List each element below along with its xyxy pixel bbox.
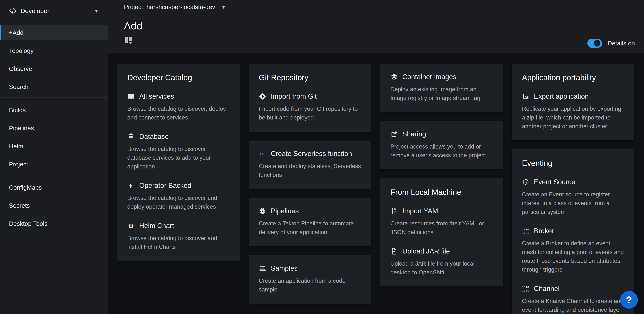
item-description: Upload a JAR file from your local deskto… [390,259,492,277]
add-card: fnCreate Serverless functionCreate and d… [248,141,371,189]
add-item-samples[interactable]: </>SamplesCreate an application from a c… [259,265,361,294]
item-description: Import code from your Git repository to … [259,104,361,122]
item-title: Broker [534,227,554,235]
item-heading: All services [127,92,230,100]
sidebar-item-add[interactable]: +Add [0,25,108,40]
item-heading: Helm Chart [127,222,230,230]
add-item-import-from-git[interactable]: Import from GitImport code from your Git… [259,92,361,122]
perspective-switcher[interactable]: Developer ▾ [0,0,108,22]
add-cards-area: Developer CatalogAll servicesBrowse the … [108,54,644,314]
add-item-database[interactable]: DatabaseBrowse the catalog to discover d… [127,133,230,171]
sidebar-item-desktop-tools[interactable]: Desktop Tools [0,216,108,231]
chevron-down-icon: ▾ [95,8,98,13]
add-card: EventingEvent SourceCreate an Event sour… [512,149,634,314]
add-card: Developer CatalogAll servicesBrowse the … [117,64,240,261]
add-item-broker[interactable]: 10101101BrokerCreate a Broker to define … [522,227,624,274]
card-column: Git RepositoryImport from GitImport code… [248,64,371,313]
help-button-label: ? [626,295,632,305]
sidebar-item-helm[interactable]: Helm [0,139,108,154]
svg-text:</>: </> [261,267,265,269]
project-selector-label: Project: harshcasper-localsta-dev [124,3,215,10]
add-card: Container imagesDeploy an existing Image… [380,64,503,112]
item-heading: fnCreate Serverless function [259,150,361,158]
item-heading: Pipelines [259,207,361,215]
export-icon [522,93,530,100]
card-title: Application portability [522,73,624,82]
sidebar: Developer ▾ +AddTopologyObserveSearchBui… [0,0,108,314]
card-column: Developer CatalogAll servicesBrowse the … [117,64,240,270]
add-item-channel[interactable]: 10101101ChannelCreate a Knative Channel … [522,285,624,314]
bolt-icon [127,182,135,189]
item-heading: Sharing [390,130,492,138]
add-item-export-application[interactable]: Export applicationReplicate your applica… [522,92,624,131]
item-description: Project access allows you to add or remo… [390,142,492,160]
sidebar-item-observe[interactable]: Observe [0,61,108,76]
add-item-event-source[interactable]: Event SourceCreate an Event source to re… [522,178,624,216]
file-upload-icon [390,248,398,255]
share-icon [390,130,398,138]
pipelines-icon [259,207,266,215]
toggle-knob [594,40,600,46]
item-title: Sharing [402,130,426,138]
item-description: Browse the catalog to discover database … [127,145,230,171]
item-description: Browse the catalog to discover and deplo… [127,194,230,211]
item-title: Upload JAR file [402,247,450,255]
item-heading: Upload JAR file [390,247,492,255]
item-heading: Event Source [522,178,624,186]
add-item-container-images[interactable]: Container imagesDeploy an existing Image… [390,73,492,102]
quick-start-book-plus-icon[interactable] [124,36,133,45]
add-item-import-yaml[interactable]: </>Import YAMLCreate resources from thei… [390,207,492,237]
sidebar-nav: +AddTopologyObserveSearchBuildsPipelines… [0,22,108,231]
svg-text:1101: 1101 [522,289,529,292]
svg-text:1010: 1010 [522,286,529,289]
project-selector[interactable]: Project: harshcasper-localsta-dev ▾ [124,3,225,10]
item-heading: </>Samples [259,265,361,272]
svg-text:fn: fn [260,151,264,157]
sidebar-item-project[interactable]: Project [0,157,108,172]
item-heading: 10101101Channel [522,285,624,293]
add-item-operator-backed[interactable]: Operator BackedBrowse the catalog to dis… [127,182,230,211]
item-description: Create a Broker to define an event mesh … [522,239,624,274]
add-item-create-serverless-function[interactable]: fnCreate Serverless functionCreate and d… [259,150,361,179]
item-title: Export application [534,92,589,100]
details-toggle-switch[interactable] [587,39,602,48]
add-item-all-services[interactable]: All servicesBrowse the catalog to discov… [127,92,230,122]
sidebar-item-pipelines[interactable]: Pipelines [0,121,108,136]
sidebar-item-topology[interactable]: Topology [0,43,108,58]
item-heading: </>Import YAML [390,207,492,215]
card-column: Application portabilityExport applicatio… [512,64,634,314]
item-description: Create and deploy stateless, Serverless … [259,162,361,179]
sidebar-item-search[interactable]: Search [0,79,108,95]
event-source-icon [522,178,530,186]
add-card: Git RepositoryImport from GitImport code… [248,64,371,132]
item-heading: Operator Backed [127,182,230,190]
help-button[interactable]: ? [620,291,638,309]
item-title: Helm Chart [139,222,174,230]
item-title: Database [139,133,169,141]
add-card: SharingProject access allows you to add … [380,121,503,169]
add-item-helm-chart[interactable]: Helm ChartBrowse the catalog to discover… [127,222,230,251]
add-card: Application portabilityExport applicatio… [512,64,634,140]
item-title: Import YAML [402,207,442,215]
svg-text:1010: 1010 [522,228,529,231]
add-item-pipelines[interactable]: PipelinesCreate a Tekton Pipeline to aut… [259,207,361,237]
file-code-icon: </> [390,207,398,215]
chevron-down-icon: ▾ [222,4,225,10]
add-item-upload-jar-file[interactable]: Upload JAR fileUpload a JAR file from yo… [390,247,492,277]
sidebar-item-configmaps[interactable]: ConfigMaps [0,180,108,195]
item-heading: 10101101Broker [522,227,624,235]
item-description: Browse the catalog to discover, deploy a… [127,104,230,122]
item-description: Create resources from their YAML or JSON… [390,219,492,237]
main-area: Project: harshcasper-localsta-dev ▾ Add … [108,0,644,314]
sidebar-item-secrets[interactable]: Secrets [0,198,108,213]
sidebar-item-builds[interactable]: Builds [0,103,108,118]
channel-icon: 10101101 [522,285,530,293]
item-description: Deploy an existing Image from an Image r… [390,85,492,102]
details-toggle-group: Details on [587,39,635,48]
add-card: </>SamplesCreate an application from a c… [248,255,371,304]
add-item-sharing[interactable]: SharingProject access allows you to add … [390,130,492,160]
item-title: Create Serverless function [271,150,352,158]
item-title: Samples [271,265,298,272]
page-header: Add Details on [108,14,644,53]
item-title: Channel [534,285,560,293]
